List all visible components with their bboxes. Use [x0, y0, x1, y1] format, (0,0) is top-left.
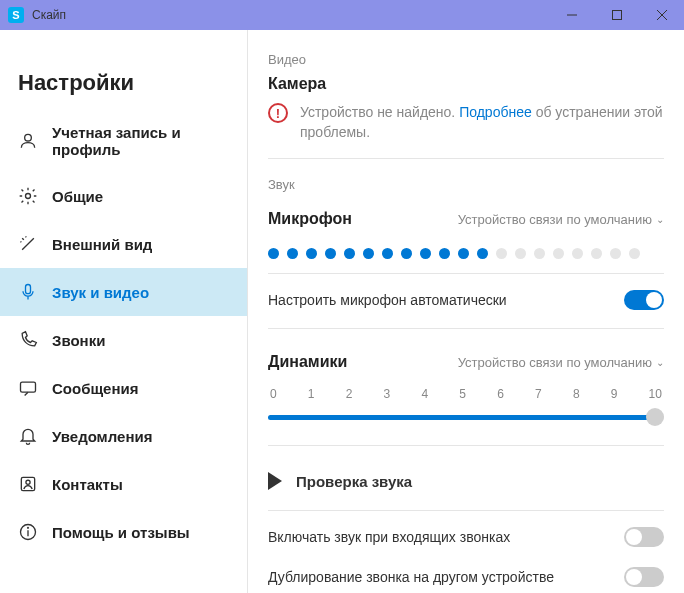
svg-rect-6 — [26, 285, 31, 294]
alert-icon: ! — [268, 103, 288, 123]
close-button[interactable] — [639, 0, 684, 30]
slider-thumb[interactable] — [646, 408, 664, 426]
divider — [268, 510, 664, 511]
auto-mic-toggle[interactable] — [624, 290, 664, 310]
svg-point-9 — [26, 480, 30, 484]
microphone-device-label: Устройство связи по умолчанию — [458, 212, 652, 227]
error-text-pre: Устройство не найдено. — [300, 104, 459, 120]
svg-point-5 — [26, 194, 31, 199]
sidebar-item-contacts[interactable]: Контакты — [0, 460, 247, 508]
level-dot — [477, 248, 488, 259]
sidebar-item-label: Внешний вид — [52, 236, 152, 253]
level-dot — [382, 248, 393, 259]
slider-tick: 2 — [346, 387, 353, 401]
minimize-button[interactable] — [549, 0, 594, 30]
level-dot — [572, 248, 583, 259]
auto-mic-label: Настроить микрофон автоматически — [268, 292, 507, 308]
sidebar-item-help[interactable]: Помощь и отзывы — [0, 508, 247, 556]
chevron-down-icon: ⌄ — [656, 214, 664, 225]
slider-tick: 8 — [573, 387, 580, 401]
learn-more-link[interactable]: Подробнее — [459, 104, 532, 120]
level-dot — [553, 248, 564, 259]
level-dot — [629, 248, 640, 259]
ring-other-device-label: Дублирование звонка на другом устройстве — [268, 569, 554, 585]
sidebar-item-appearance[interactable]: Внешний вид — [0, 220, 247, 268]
video-section-label: Видео — [268, 52, 664, 67]
person-icon — [18, 131, 38, 151]
microphone-level-meter — [268, 238, 664, 274]
level-dot — [610, 248, 621, 259]
audio-section-label: Звук — [268, 177, 664, 192]
slider-tick: 7 — [535, 387, 542, 401]
level-dot — [325, 248, 336, 259]
sidebar: Настройки Учетная запись и профиль Общие… — [0, 30, 248, 593]
microphone-device-select[interactable]: Устройство связи по умолчанию ⌄ — [458, 212, 664, 227]
speaker-volume-slider[interactable] — [268, 407, 664, 427]
level-dot — [401, 248, 412, 259]
sidebar-item-general[interactable]: Общие — [0, 172, 247, 220]
test-audio-label: Проверка звука — [296, 473, 412, 490]
info-icon — [18, 522, 38, 542]
sidebar-item-label: Учетная запись и профиль — [52, 124, 229, 158]
sidebar-item-notifications[interactable]: Уведомления — [0, 412, 247, 460]
slider-tick: 0 — [270, 387, 277, 401]
titlebar: S Скайп — [0, 0, 684, 30]
wand-icon — [18, 234, 38, 254]
level-dot — [363, 248, 374, 259]
slider-tick: 3 — [384, 387, 391, 401]
camera-title: Камера — [268, 75, 664, 93]
sidebar-item-label: Общие — [52, 188, 103, 205]
sidebar-item-messaging[interactable]: Сообщения — [0, 364, 247, 412]
sidebar-item-audio-video[interactable]: Звук и видео — [0, 268, 247, 316]
slider-tick: 9 — [611, 387, 618, 401]
contacts-icon — [18, 474, 38, 494]
level-dot — [534, 248, 545, 259]
slider-tick-labels: 012345678910 — [268, 387, 664, 401]
skype-icon: S — [8, 7, 24, 23]
svg-point-12 — [28, 527, 29, 528]
sidebar-item-account[interactable]: Учетная запись и профиль — [0, 110, 247, 172]
sidebar-item-label: Помощь и отзывы — [52, 524, 190, 541]
chat-icon — [18, 378, 38, 398]
speakers-device-select[interactable]: Устройство связи по умолчанию ⌄ — [458, 355, 664, 370]
ring-other-device-toggle[interactable] — [624, 567, 664, 587]
test-audio-button[interactable]: Проверка звука — [268, 458, 664, 504]
level-dot — [439, 248, 450, 259]
sidebar-item-label: Звонки — [52, 332, 105, 349]
svg-rect-1 — [612, 11, 621, 20]
chevron-down-icon: ⌄ — [656, 357, 664, 368]
sidebar-item-label: Контакты — [52, 476, 123, 493]
ring-incoming-toggle[interactable] — [624, 527, 664, 547]
speaker-volume-control: 012345678910 — [268, 381, 664, 446]
level-dot — [420, 248, 431, 259]
sidebar-item-label: Уведомления — [52, 428, 152, 445]
level-dot — [591, 248, 602, 259]
speakers-title: Динамики — [268, 353, 347, 371]
level-dot — [306, 248, 317, 259]
svg-rect-7 — [21, 382, 36, 392]
slider-tick: 5 — [459, 387, 466, 401]
camera-error-text: Устройство не найдено. Подробнее об устр… — [300, 103, 664, 142]
window-title: Скайп — [32, 8, 549, 22]
speakers-device-label: Устройство связи по умолчанию — [458, 355, 652, 370]
ring-incoming-label: Включать звук при входящих звонках — [268, 529, 510, 545]
sidebar-item-calling[interactable]: Звонки — [0, 316, 247, 364]
level-dot — [515, 248, 526, 259]
slider-tick: 10 — [649, 387, 662, 401]
settings-heading: Настройки — [0, 70, 247, 110]
bell-icon — [18, 426, 38, 446]
level-dot — [268, 248, 279, 259]
play-icon — [268, 472, 282, 490]
gear-icon — [18, 186, 38, 206]
phone-icon — [18, 330, 38, 350]
svg-point-4 — [25, 134, 32, 141]
maximize-button[interactable] — [594, 0, 639, 30]
microphone-title: Микрофон — [268, 210, 352, 228]
level-dot — [287, 248, 298, 259]
level-dot — [458, 248, 469, 259]
sidebar-item-label: Звук и видео — [52, 284, 149, 301]
main-content: Видео Камера ! Устройство не найдено. По… — [248, 30, 684, 593]
level-dot — [496, 248, 507, 259]
camera-error: ! Устройство не найдено. Подробнее об ус… — [268, 103, 664, 159]
sidebar-item-label: Сообщения — [52, 380, 138, 397]
